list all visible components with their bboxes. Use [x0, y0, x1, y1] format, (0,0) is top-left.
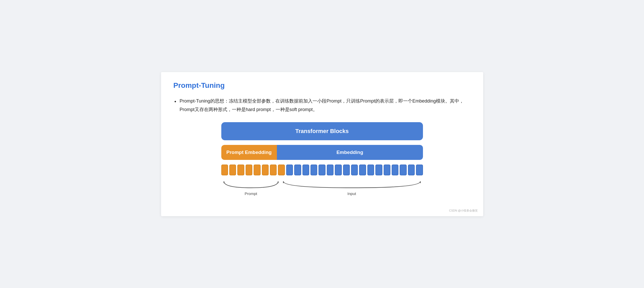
token-cell-blue [302, 165, 309, 175]
token-cell-orange [229, 165, 236, 175]
token-cell-orange [262, 165, 269, 175]
token-cell-blue [327, 165, 334, 175]
embedding-row: Prompt Embedding Embedding [221, 145, 423, 160]
brace-right: Input [281, 180, 423, 198]
token-cell-blue [384, 165, 390, 175]
bullet-text: Prompt-Tuning的思想：冻结主模型全部参数，在训练数据前加入一小段Pr… [180, 97, 471, 114]
prompt-embedding-block: Prompt Embedding [221, 145, 277, 160]
brace-right-svg [281, 180, 423, 190]
embedding-block: Embedding [277, 145, 423, 160]
transformer-block: Transformer Blocks [221, 122, 423, 140]
brace-left: Prompt [221, 180, 281, 198]
token-cell-blue [286, 165, 293, 175]
token-cell-blue [408, 165, 415, 175]
token-cell-orange [246, 165, 252, 175]
brace-right-label: Input [347, 191, 356, 196]
token-cell-orange [221, 165, 228, 175]
token-cell-blue [359, 165, 366, 175]
slide-title: Prompt-Tuning [173, 81, 471, 90]
slide: Prompt-Tuning Prompt-Tuning的思想：冻结主模型全部参数… [161, 72, 483, 216]
token-cell-blue [367, 165, 374, 175]
token-cell-orange [254, 165, 260, 175]
brace-row: Prompt Input [221, 180, 423, 198]
token-cell-orange [237, 165, 244, 175]
token-cell-orange [270, 165, 277, 175]
token-cell-blue [310, 165, 317, 175]
token-cell-blue [416, 165, 423, 175]
token-cell-blue [375, 165, 382, 175]
token-cell-orange [278, 165, 285, 175]
token-row [221, 165, 423, 175]
token-cell-blue [351, 165, 358, 175]
watermark: CSDN @小怪兽会微笑 [449, 209, 478, 213]
token-cell-blue [343, 165, 350, 175]
diagram-area: Transformer Blocks Prompt Embedding Embe… [173, 122, 471, 198]
brace-left-svg [221, 180, 281, 190]
token-cell-blue [400, 165, 406, 175]
token-cell-blue [335, 165, 342, 175]
token-cell-blue [392, 165, 398, 175]
brace-left-label: Prompt [245, 191, 257, 196]
transformer-row: Transformer Blocks [221, 122, 423, 140]
token-cell-blue [294, 165, 301, 175]
token-cell-blue [319, 165, 325, 175]
